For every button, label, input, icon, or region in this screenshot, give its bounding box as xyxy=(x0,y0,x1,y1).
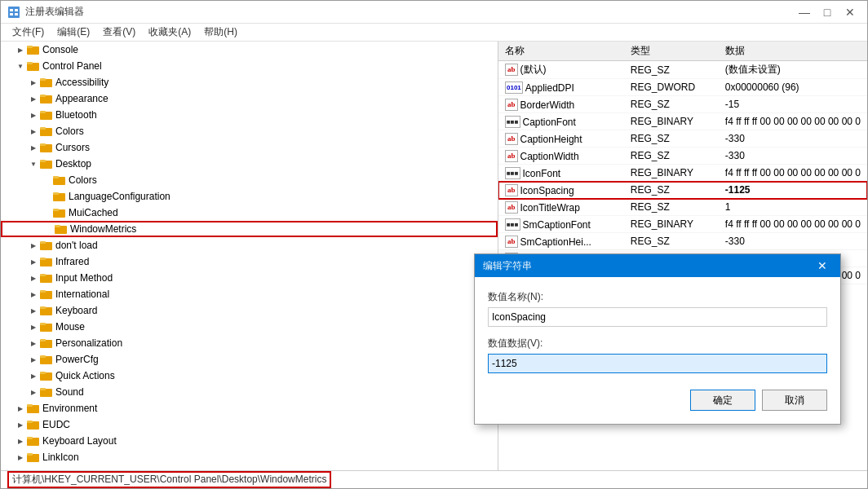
menu-help[interactable]: 帮助(H) xyxy=(197,24,244,41)
dialog-cancel-button[interactable]: 取消 xyxy=(762,390,827,411)
regedit-window: 注册表编辑器 — □ ✕ 文件(F) 编辑(E) 查看(V) 收藏夹(A) 帮助… xyxy=(0,0,868,489)
regedit-icon xyxy=(7,6,20,19)
window-title: 注册表编辑器 xyxy=(25,5,84,19)
minimize-button[interactable]: — xyxy=(794,4,815,20)
main-content: Console Control Panel Accessibility xyxy=(1,42,867,470)
titlebar: 注册表编辑器 — □ ✕ xyxy=(1,1,867,24)
maximize-button[interactable]: □ xyxy=(817,4,838,20)
dialog-data-label: 数值数据(V): xyxy=(488,337,827,350)
edit-string-dialog: 编辑字符串 ✕ 数值名称(N): 数值数据(V): 确定 取消 xyxy=(474,253,841,425)
dialog-close-button[interactable]: ✕ xyxy=(813,258,832,274)
statusbar-path: 计算机\HKEY_CURRENT_USER\Control Panel\Desk… xyxy=(7,471,331,488)
menu-file[interactable]: 文件(F) xyxy=(6,24,51,41)
close-button[interactable]: ✕ xyxy=(839,4,861,20)
dialog-data-input[interactable] xyxy=(488,354,827,373)
statusbar: 计算机\HKEY_CURRENT_USER\Control Panel\Desk… xyxy=(1,470,867,488)
svg-rect-3 xyxy=(10,13,13,15)
menu-edit[interactable]: 编辑(E) xyxy=(51,24,96,41)
titlebar-controls: — □ ✕ xyxy=(794,4,861,20)
svg-rect-4 xyxy=(15,13,18,15)
dialog-title: 编辑字符串 xyxy=(483,259,532,273)
dialog-buttons: 确定 取消 xyxy=(488,390,827,411)
dialog-name-input[interactable] xyxy=(488,307,827,327)
menu-favorites[interactable]: 收藏夹(A) xyxy=(142,24,197,41)
titlebar-left: 注册表编辑器 xyxy=(7,5,84,19)
svg-rect-0 xyxy=(8,7,20,18)
dialog-titlebar: 编辑字符串 ✕ xyxy=(475,254,840,277)
dialog-ok-button[interactable]: 确定 xyxy=(690,390,755,411)
menubar: 文件(F) 编辑(E) 查看(V) 收藏夹(A) 帮助(H) xyxy=(1,24,867,42)
dialog-name-label: 数值名称(N): xyxy=(488,290,827,304)
svg-rect-2 xyxy=(15,9,18,11)
menu-view[interactable]: 查看(V) xyxy=(96,24,142,41)
dialog-overlay: 编辑字符串 ✕ 数值名称(N): 数值数据(V): 确定 取消 xyxy=(1,42,867,470)
svg-rect-1 xyxy=(10,9,13,11)
dialog-body: 数值名称(N): 数值数据(V): 确定 取消 xyxy=(475,277,840,424)
